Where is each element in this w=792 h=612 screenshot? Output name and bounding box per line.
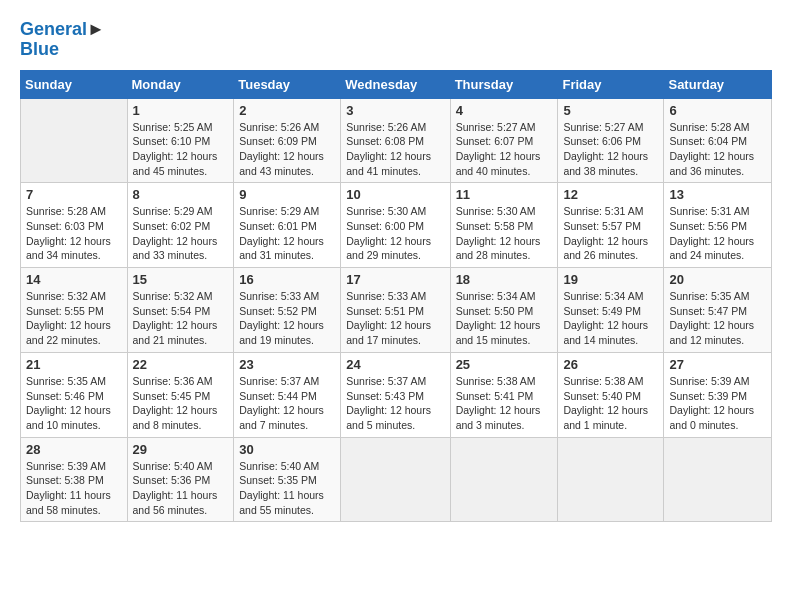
- day-info: Sunrise: 5:38 AM Sunset: 5:40 PM Dayligh…: [563, 374, 658, 433]
- calendar-cell: 30Sunrise: 5:40 AM Sunset: 5:35 PM Dayli…: [234, 437, 341, 522]
- calendar-cell: 4Sunrise: 5:27 AM Sunset: 6:07 PM Daylig…: [450, 98, 558, 183]
- calendar-cell: 11Sunrise: 5:30 AM Sunset: 5:58 PM Dayli…: [450, 183, 558, 268]
- calendar-table: SundayMondayTuesdayWednesdayThursdayFrid…: [20, 70, 772, 523]
- day-number: 29: [133, 442, 229, 457]
- day-info: Sunrise: 5:35 AM Sunset: 5:47 PM Dayligh…: [669, 289, 766, 348]
- calendar-cell: [21, 98, 128, 183]
- calendar-cell: [450, 437, 558, 522]
- day-info: Sunrise: 5:31 AM Sunset: 5:57 PM Dayligh…: [563, 204, 658, 263]
- column-header-monday: Monday: [127, 70, 234, 98]
- calendar-cell: 18Sunrise: 5:34 AM Sunset: 5:50 PM Dayli…: [450, 268, 558, 353]
- day-number: 9: [239, 187, 335, 202]
- day-info: Sunrise: 5:29 AM Sunset: 6:02 PM Dayligh…: [133, 204, 229, 263]
- calendar-cell: 20Sunrise: 5:35 AM Sunset: 5:47 PM Dayli…: [664, 268, 772, 353]
- calendar-cell: 23Sunrise: 5:37 AM Sunset: 5:44 PM Dayli…: [234, 352, 341, 437]
- day-info: Sunrise: 5:32 AM Sunset: 5:55 PM Dayligh…: [26, 289, 122, 348]
- day-info: Sunrise: 5:25 AM Sunset: 6:10 PM Dayligh…: [133, 120, 229, 179]
- day-info: Sunrise: 5:29 AM Sunset: 6:01 PM Dayligh…: [239, 204, 335, 263]
- day-info: Sunrise: 5:30 AM Sunset: 5:58 PM Dayligh…: [456, 204, 553, 263]
- day-number: 3: [346, 103, 444, 118]
- day-info: Sunrise: 5:34 AM Sunset: 5:50 PM Dayligh…: [456, 289, 553, 348]
- calendar-cell: 15Sunrise: 5:32 AM Sunset: 5:54 PM Dayli…: [127, 268, 234, 353]
- logo-text: General►: [20, 20, 105, 40]
- day-info: Sunrise: 5:36 AM Sunset: 5:45 PM Dayligh…: [133, 374, 229, 433]
- day-info: Sunrise: 5:28 AM Sunset: 6:04 PM Dayligh…: [669, 120, 766, 179]
- logo: General► Blue: [20, 20, 105, 60]
- day-info: Sunrise: 5:37 AM Sunset: 5:44 PM Dayligh…: [239, 374, 335, 433]
- day-number: 20: [669, 272, 766, 287]
- calendar-cell: 27Sunrise: 5:39 AM Sunset: 5:39 PM Dayli…: [664, 352, 772, 437]
- day-info: Sunrise: 5:26 AM Sunset: 6:09 PM Dayligh…: [239, 120, 335, 179]
- day-number: 7: [26, 187, 122, 202]
- calendar-cell: 26Sunrise: 5:38 AM Sunset: 5:40 PM Dayli…: [558, 352, 664, 437]
- day-number: 26: [563, 357, 658, 372]
- day-number: 22: [133, 357, 229, 372]
- calendar-cell: 9Sunrise: 5:29 AM Sunset: 6:01 PM Daylig…: [234, 183, 341, 268]
- calendar-cell: 19Sunrise: 5:34 AM Sunset: 5:49 PM Dayli…: [558, 268, 664, 353]
- day-info: Sunrise: 5:32 AM Sunset: 5:54 PM Dayligh…: [133, 289, 229, 348]
- day-number: 21: [26, 357, 122, 372]
- column-header-saturday: Saturday: [664, 70, 772, 98]
- day-info: Sunrise: 5:38 AM Sunset: 5:41 PM Dayligh…: [456, 374, 553, 433]
- day-number: 15: [133, 272, 229, 287]
- day-number: 19: [563, 272, 658, 287]
- calendar-cell: 24Sunrise: 5:37 AM Sunset: 5:43 PM Dayli…: [341, 352, 450, 437]
- day-number: 1: [133, 103, 229, 118]
- day-number: 17: [346, 272, 444, 287]
- calendar-cell: 21Sunrise: 5:35 AM Sunset: 5:46 PM Dayli…: [21, 352, 128, 437]
- calendar-cell: 2Sunrise: 5:26 AM Sunset: 6:09 PM Daylig…: [234, 98, 341, 183]
- calendar-cell: 25Sunrise: 5:38 AM Sunset: 5:41 PM Dayli…: [450, 352, 558, 437]
- day-number: 23: [239, 357, 335, 372]
- column-header-friday: Friday: [558, 70, 664, 98]
- calendar-cell: 28Sunrise: 5:39 AM Sunset: 5:38 PM Dayli…: [21, 437, 128, 522]
- day-number: 18: [456, 272, 553, 287]
- day-number: 12: [563, 187, 658, 202]
- day-number: 5: [563, 103, 658, 118]
- calendar-cell: 8Sunrise: 5:29 AM Sunset: 6:02 PM Daylig…: [127, 183, 234, 268]
- day-info: Sunrise: 5:40 AM Sunset: 5:36 PM Dayligh…: [133, 459, 229, 518]
- day-info: Sunrise: 5:27 AM Sunset: 6:07 PM Dayligh…: [456, 120, 553, 179]
- day-number: 16: [239, 272, 335, 287]
- day-info: Sunrise: 5:30 AM Sunset: 6:00 PM Dayligh…: [346, 204, 444, 263]
- day-info: Sunrise: 5:39 AM Sunset: 5:38 PM Dayligh…: [26, 459, 122, 518]
- day-number: 30: [239, 442, 335, 457]
- day-info: Sunrise: 5:27 AM Sunset: 6:06 PM Dayligh…: [563, 120, 658, 179]
- day-number: 11: [456, 187, 553, 202]
- calendar-cell: 14Sunrise: 5:32 AM Sunset: 5:55 PM Dayli…: [21, 268, 128, 353]
- calendar-cell: 1Sunrise: 5:25 AM Sunset: 6:10 PM Daylig…: [127, 98, 234, 183]
- calendar-cell: 17Sunrise: 5:33 AM Sunset: 5:51 PM Dayli…: [341, 268, 450, 353]
- day-number: 13: [669, 187, 766, 202]
- day-number: 24: [346, 357, 444, 372]
- day-info: Sunrise: 5:28 AM Sunset: 6:03 PM Dayligh…: [26, 204, 122, 263]
- day-info: Sunrise: 5:40 AM Sunset: 5:35 PM Dayligh…: [239, 459, 335, 518]
- day-info: Sunrise: 5:34 AM Sunset: 5:49 PM Dayligh…: [563, 289, 658, 348]
- day-number: 28: [26, 442, 122, 457]
- day-number: 8: [133, 187, 229, 202]
- page-header: General► Blue: [20, 20, 772, 60]
- column-header-sunday: Sunday: [21, 70, 128, 98]
- day-info: Sunrise: 5:39 AM Sunset: 5:39 PM Dayligh…: [669, 374, 766, 433]
- calendar-cell: 5Sunrise: 5:27 AM Sunset: 6:06 PM Daylig…: [558, 98, 664, 183]
- day-info: Sunrise: 5:26 AM Sunset: 6:08 PM Dayligh…: [346, 120, 444, 179]
- day-number: 14: [26, 272, 122, 287]
- day-info: Sunrise: 5:35 AM Sunset: 5:46 PM Dayligh…: [26, 374, 122, 433]
- calendar-cell: [664, 437, 772, 522]
- day-info: Sunrise: 5:31 AM Sunset: 5:56 PM Dayligh…: [669, 204, 766, 263]
- calendar-cell: 12Sunrise: 5:31 AM Sunset: 5:57 PM Dayli…: [558, 183, 664, 268]
- logo-text-blue: Blue: [20, 40, 105, 60]
- calendar-cell: 29Sunrise: 5:40 AM Sunset: 5:36 PM Dayli…: [127, 437, 234, 522]
- calendar-cell: [341, 437, 450, 522]
- day-number: 4: [456, 103, 553, 118]
- calendar-cell: 3Sunrise: 5:26 AM Sunset: 6:08 PM Daylig…: [341, 98, 450, 183]
- calendar-cell: [558, 437, 664, 522]
- day-number: 27: [669, 357, 766, 372]
- day-number: 2: [239, 103, 335, 118]
- column-header-tuesday: Tuesday: [234, 70, 341, 98]
- day-number: 6: [669, 103, 766, 118]
- day-number: 10: [346, 187, 444, 202]
- column-header-thursday: Thursday: [450, 70, 558, 98]
- day-info: Sunrise: 5:33 AM Sunset: 5:52 PM Dayligh…: [239, 289, 335, 348]
- calendar-cell: 7Sunrise: 5:28 AM Sunset: 6:03 PM Daylig…: [21, 183, 128, 268]
- calendar-cell: 16Sunrise: 5:33 AM Sunset: 5:52 PM Dayli…: [234, 268, 341, 353]
- calendar-cell: 6Sunrise: 5:28 AM Sunset: 6:04 PM Daylig…: [664, 98, 772, 183]
